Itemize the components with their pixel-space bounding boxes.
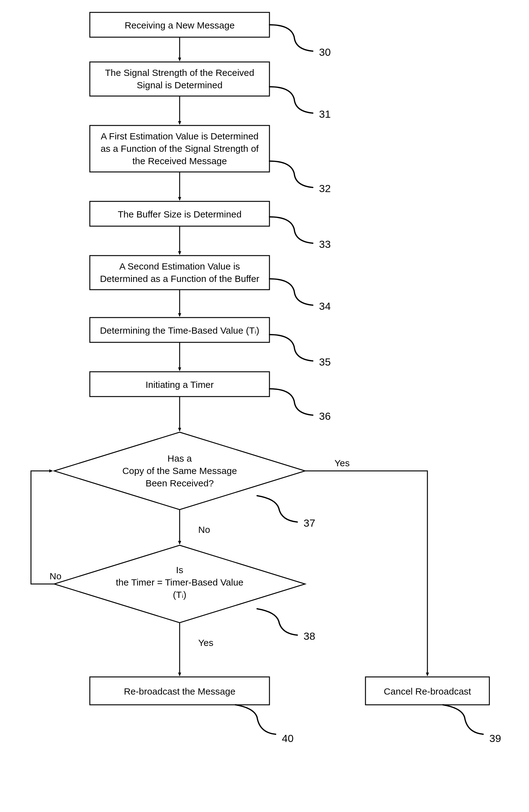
d37-l1: Copy of the Same Message xyxy=(122,466,237,476)
d38-num: 38 xyxy=(304,630,315,642)
step-36: Initiating a Timer 36 xyxy=(90,372,331,422)
d38-l0: Is xyxy=(176,565,183,575)
step-34: A Second Estimation Value is Determined … xyxy=(90,256,331,312)
step-30-num: 30 xyxy=(319,46,331,58)
step-35: Determining the Time-Based Value (Tᵢ) 35 xyxy=(90,318,331,368)
edge-38-yes-label: Yes xyxy=(198,638,214,648)
step-40: Re-broadcast the Message 40 xyxy=(90,677,294,744)
edge-38-no-loop xyxy=(31,471,54,584)
step-34-num: 34 xyxy=(319,300,331,312)
step-35-num: 35 xyxy=(319,356,331,368)
step-39-l0: Cancel Re-broadcast xyxy=(384,686,471,696)
step-36-l0: Initiating a Timer xyxy=(146,379,214,390)
d37-num: 37 xyxy=(304,517,315,529)
step-33-num: 33 xyxy=(319,238,331,250)
step-31: The Signal Strength of the Received Sign… xyxy=(90,62,331,120)
step-32: A First Estimation Value is Determined a… xyxy=(90,126,331,194)
edge-37-no-label: No xyxy=(198,524,210,535)
step-32-l0: A First Estimation Value is Determined xyxy=(101,131,259,141)
d38-l1: the Timer = Timer-Based Value xyxy=(116,577,244,588)
step-40-num: 40 xyxy=(282,733,294,744)
step-36-num: 36 xyxy=(319,410,331,422)
svg-rect-1 xyxy=(90,62,269,96)
step-32-l2: the Received Message xyxy=(132,156,227,166)
step-32-num: 32 xyxy=(319,183,331,194)
step-31-l1: Signal is Determined xyxy=(137,80,223,90)
step-34-l0: A Second Estimation Value is xyxy=(119,261,240,271)
decision-38: Is the Timer = Timer-Based Value (Tᵢ) 38 xyxy=(54,545,315,642)
step-30: Receiving a New Message 30 xyxy=(90,12,331,58)
step-35-l0: Determining the Time-Based Value (Tᵢ) xyxy=(100,325,260,335)
step-40-l0: Re-broadcast the Message xyxy=(124,686,235,696)
step-39-num: 39 xyxy=(489,733,501,744)
step-33: The Buffer Size is Determined 33 xyxy=(90,201,331,250)
step-33-l0: The Buffer Size is Determined xyxy=(118,209,241,219)
d37-l0: Has a xyxy=(167,453,192,463)
edge-37-yes-label: Yes xyxy=(335,458,350,468)
step-31-num: 31 xyxy=(319,108,331,120)
d37-l2: Been Received? xyxy=(146,478,214,488)
decision-37: Has a Copy of the Same Message Been Rece… xyxy=(54,432,315,529)
edge-38-no-label: No xyxy=(49,571,61,581)
step-39: Cancel Re-broadcast 39 xyxy=(366,677,501,744)
d38-l2: (Tᵢ) xyxy=(173,590,186,600)
edge-37-yes xyxy=(305,471,427,676)
step-30-text: Receiving a New Message xyxy=(124,20,234,30)
svg-rect-4 xyxy=(90,256,269,290)
step-31-l0: The Signal Strength of the Received xyxy=(105,68,254,78)
step-32-l1: as a Function of the Signal Strength of xyxy=(101,143,259,154)
step-34-l1: Determined as a Function of the Buffer xyxy=(100,274,260,284)
